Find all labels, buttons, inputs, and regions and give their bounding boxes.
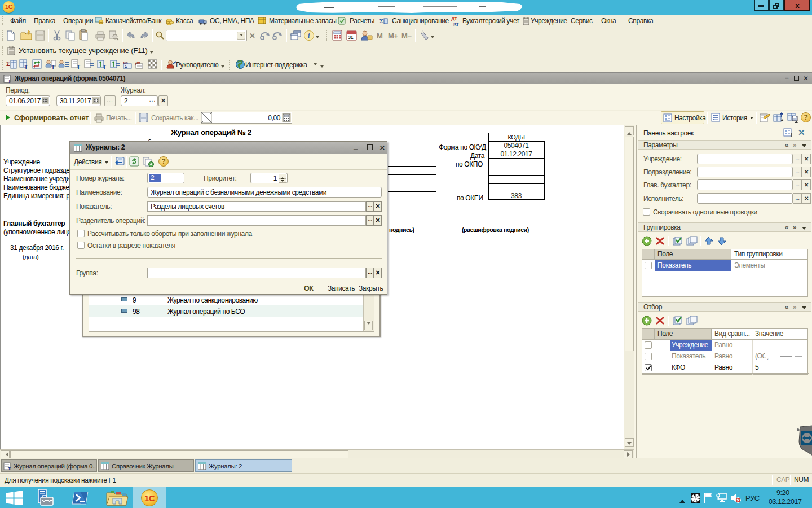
svg-text:Σ: Σ [6, 60, 10, 67]
svg-text:T: T [51, 64, 55, 70]
svg-text:Σ: Σ [379, 17, 383, 24]
svg-text:Σ: Σ [125, 64, 127, 69]
svg-text:31: 31 [348, 34, 354, 40]
svg-text:T: T [8, 466, 11, 471]
svg-text:T: T [103, 64, 106, 70]
svg-text:T: T [8, 78, 11, 84]
svg-text:T: T [77, 64, 80, 70]
svg-text:T: T [24, 64, 28, 70]
